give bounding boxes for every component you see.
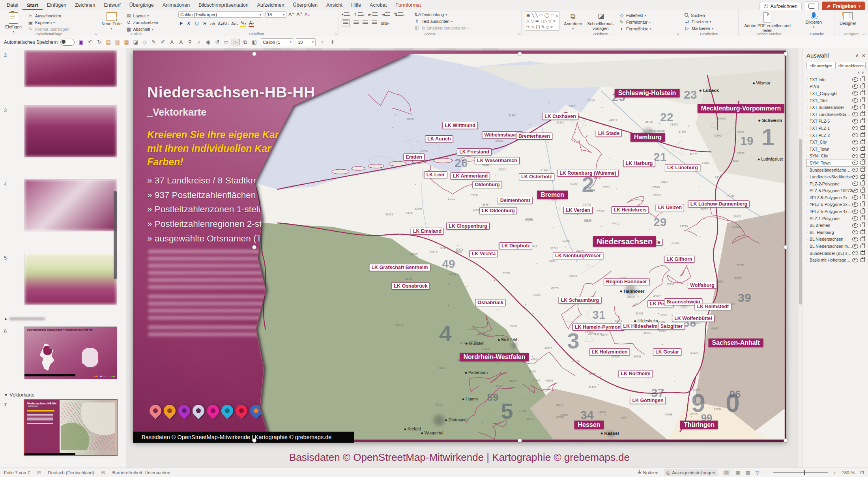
selection-handle[interactable] — [252, 245, 256, 249]
visibility-eye-icon[interactable] — [852, 168, 858, 172]
text-direction-button[interactable]: ⇅ATextrichtung ▾ — [413, 11, 471, 18]
shape-effects-button[interactable]: ◐Formeffekte ▾ — [618, 26, 652, 32]
unlock-icon[interactable] — [861, 154, 865, 158]
visibility-eye-icon[interactable] — [852, 258, 858, 262]
decrease-indent-button[interactable]: ⇤ — [368, 11, 377, 17]
paste-button[interactable]: Einfügen▾ — [3, 11, 24, 34]
find-button[interactable]: Suchen — [683, 12, 714, 18]
visibility-eye-icon[interactable] — [852, 202, 858, 207]
section-header-vektorkarte[interactable]: ▾Vektorkarte — [5, 392, 35, 398]
slideshow-button[interactable]: ▽ — [756, 470, 759, 475]
zoom-out-button[interactable]: − — [765, 470, 767, 475]
layer-item[interactable]: ›TXT PLZ-2 — [806, 132, 866, 139]
copy-button[interactable]: ▣Kopieren ▾ — [27, 19, 70, 26]
copy-style-icon[interactable]: ▥ — [114, 39, 121, 45]
unlock-icon[interactable] — [861, 210, 865, 213]
visibility-eye-off-icon[interactable] — [852, 189, 858, 193]
drawing-dialog-launcher[interactable]: ⇘ — [676, 32, 679, 36]
expand-icon[interactable]: › — [806, 133, 810, 137]
expand-icon[interactable]: › — [806, 126, 810, 130]
expand-icon[interactable]: › — [806, 182, 810, 185]
layer-item[interactable]: ›TXT PLZ-5 — [806, 118, 866, 125]
layer-item[interactable]: ›BL Hamburg — [806, 229, 866, 236]
increase-indent-button[interactable]: ⇥ — [381, 11, 390, 17]
reorder-arrows[interactable]: ∧∨ — [806, 71, 866, 75]
visibility-eye-icon[interactable] — [852, 133, 858, 137]
visibility-eye-icon[interactable] — [852, 216, 858, 221]
unlock-icon[interactable] — [861, 238, 865, 241]
align-center-button[interactable] — [353, 20, 359, 26]
expand-icon[interactable]: › — [806, 196, 810, 199]
select-button[interactable]: ▷Markieren ▾ — [683, 25, 714, 32]
unlock-icon[interactable] — [861, 133, 865, 137]
selection-handle[interactable] — [252, 438, 256, 443]
picture-format-icon[interactable]: ◧ — [251, 39, 258, 45]
layer-item[interactable]: ›BL Niedersachsen mit Nord… — [806, 243, 866, 250]
unlock-icon[interactable] — [861, 147, 865, 151]
visibility-eye-icon[interactable] — [852, 223, 858, 228]
unlock-icon[interactable] — [861, 78, 865, 81]
layer-item[interactable]: ›BL Bremen — [806, 222, 866, 229]
layer-item[interactable]: ›PLZ-1-Polygone — [806, 215, 866, 222]
font-size-combo[interactable]: 18▾ — [265, 11, 286, 18]
visibility-eye-icon[interactable] — [852, 105, 858, 110]
visibility-eye-icon[interactable] — [852, 175, 858, 179]
map-pins-icon[interactable]: ◉ — [204, 39, 212, 45]
save-icon[interactable]: ▣ — [77, 39, 85, 45]
visibility-eye-icon[interactable] — [852, 237, 858, 241]
visibility-eye-icon[interactable] — [852, 251, 858, 255]
visibility-eye-icon[interactable] — [852, 140, 858, 144]
tab-animationen[interactable]: Animationen — [158, 1, 195, 10]
new-slide-button[interactable]: Neue Folie▾ — [101, 11, 122, 30]
duplicate-slide-icon[interactable]: ▦ — [123, 39, 130, 45]
qat-font-combo[interactable]: Calibri (1▾ — [261, 38, 293, 46]
expand-icon[interactable]: › — [806, 140, 810, 144]
section-header-1[interactable]: ▸ — [5, 316, 45, 322]
subscript-button[interactable]: ab — [210, 21, 215, 26]
selection-handle[interactable] — [518, 52, 522, 56]
selection-handle[interactable] — [784, 52, 788, 56]
layer-item[interactable]: ›TXT PLZ-1 — [806, 125, 866, 132]
slide-thumbnail-2[interactable] — [24, 51, 117, 87]
layer-item[interactable]: PLZ-5-Polygone 19273 — [806, 187, 866, 195]
zoom-level[interactable]: 180 % — [842, 470, 855, 475]
expand-icon[interactable]: › — [806, 120, 810, 123]
visibility-eye-icon[interactable] — [852, 210, 858, 214]
layer-item[interactable]: ›TXT Info — [806, 76, 866, 83]
selection-handle[interactable] — [252, 52, 256, 56]
strike-button[interactable]: S — [202, 21, 208, 26]
columns-button[interactable]: ▥▥▾ — [380, 21, 389, 25]
visibility-eye-icon[interactable] — [852, 77, 858, 82]
expand-icon[interactable]: › — [806, 85, 810, 88]
bullets-button[interactable]: •▾ — [342, 12, 350, 17]
unlock-icon[interactable] — [861, 161, 865, 165]
layer-item[interactable]: ›BL Niedersachsen — [806, 236, 866, 243]
char-spacing-button[interactable]: A⇄V▾ — [218, 21, 229, 26]
expand-icon[interactable]: › — [806, 147, 810, 151]
clear-format-button[interactable]: A✦ — [305, 12, 311, 17]
slide-sorter-button[interactable]: ▦ — [735, 470, 740, 475]
tab-aufzeichnen[interactable]: Aufzeichnen — [253, 1, 289, 10]
tab-zeichnen[interactable]: Zeichnen — [71, 1, 99, 10]
slide-thumbnail-6[interactable]: Übersichtskarte Deutschland + Niedersach… — [24, 327, 117, 379]
tab-entwurf[interactable]: Entwurf — [99, 1, 125, 10]
redo-icon[interactable]: ↻ — [95, 39, 103, 45]
unlock-icon[interactable] — [861, 224, 865, 227]
tab-acrobat[interactable]: Acrobat — [365, 1, 391, 10]
clipboard-dialog-launcher[interactable]: ⇘ — [94, 32, 97, 36]
smartart-button[interactable]: ◧In SmartArt konvertieren ▾ — [413, 25, 471, 31]
unlock-icon[interactable] — [861, 230, 865, 234]
slide[interactable]: Niedersachsen-HB-HH _Vektorkarte Kreiere… — [133, 51, 786, 442]
vector-map[interactable]: 4398933204226772330027537489474423933031… — [254, 53, 785, 440]
font-color-icon[interactable]: A — [168, 39, 176, 45]
layer-item[interactable]: ›Landkreise-Stadtkreise — [806, 173, 866, 180]
align-text-button[interactable]: ⇳Text ausrichten ▾ — [413, 18, 471, 24]
unlock-icon[interactable] — [861, 112, 865, 116]
change-case-button[interactable]: Aa▾ — [231, 21, 238, 26]
unlock-icon[interactable] — [861, 92, 865, 95]
thumbnail-scrollbar[interactable] — [114, 191, 117, 279]
layer-item[interactable]: ›PINS — [806, 83, 866, 90]
selection-handle[interactable] — [784, 245, 788, 249]
shape-outline-button[interactable]: ✎Formkontur ▾ — [618, 19, 652, 25]
language-indicator[interactable]: Deutsch (Deutschland) — [48, 470, 94, 475]
